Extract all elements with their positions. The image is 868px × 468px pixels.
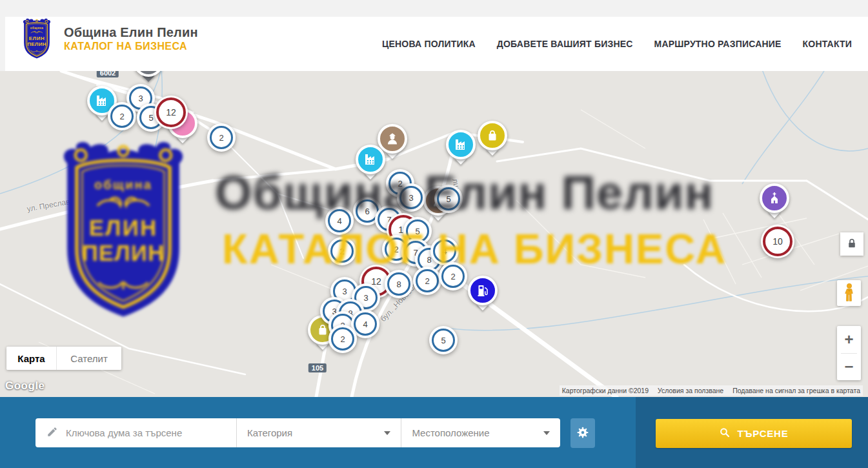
cluster-marker[interactable]: 2 <box>413 267 441 295</box>
factory-icon <box>356 145 385 174</box>
chevron-down-icon <box>543 431 550 435</box>
cluster-count: 2 <box>330 239 354 263</box>
report-map-error-link[interactable]: Подаване на сигнал за грешка в картата <box>732 387 860 394</box>
cluster-count: 2 <box>416 269 439 292</box>
search-icon <box>719 427 731 440</box>
pin-marker-factory[interactable] <box>356 145 385 174</box>
pin-marker-bag[interactable] <box>478 121 507 150</box>
search-button[interactable]: ТЪРСЕНЕ <box>656 419 852 448</box>
lock-button[interactable] <box>840 232 863 256</box>
brand-subtitle: КАТАЛОГ НА БИЗНЕСА <box>64 41 198 52</box>
zoom-control: + − <box>837 326 861 380</box>
cluster-marker[interactable]: 3 <box>397 183 425 212</box>
location-select[interactable]: Местоположение <box>401 418 560 447</box>
cluster-count: 5 <box>437 187 460 210</box>
cluster-marker[interactable]: 12 <box>154 96 188 129</box>
cluster-count: 4 <box>328 209 351 232</box>
chevron-down-icon <box>384 431 390 435</box>
pegman-icon <box>841 283 858 304</box>
cluster-count: 2 <box>441 265 465 288</box>
cluster-marker[interactable]: 4 <box>325 207 354 235</box>
cluster-count: 4 <box>433 239 456 263</box>
nav-item-contacts[interactable]: КОНТАКТИ <box>803 39 852 49</box>
lock-icon <box>845 236 859 252</box>
pin-marker-church[interactable] <box>760 183 789 213</box>
pin-marker-gray[interactable] <box>134 71 163 77</box>
attribution-copyright: Картографски данни ©2019 <box>562 387 649 394</box>
factory-icon <box>446 130 476 159</box>
cluster-marker[interactable]: 2 <box>108 102 136 130</box>
cluster-marker[interactable]: 10 <box>761 225 794 258</box>
cluster-marker[interactable]: 4 <box>430 237 459 265</box>
advanced-settings-button[interactable] <box>570 418 595 448</box>
cluster-marker[interactable]: 2 <box>328 325 357 353</box>
cluster-count: 5 <box>432 329 455 352</box>
map-type-satellite-button[interactable]: Сателит <box>57 347 121 370</box>
main-nav: ЦЕНОВА ПОЛИТИКА ДОБАВЕТЕ ВАШИЯТ БИЗНЕС М… <box>382 17 852 71</box>
fuel-icon <box>468 276 498 305</box>
zoom-in-button[interactable]: + <box>837 326 861 353</box>
search-bar: Категория Местоположение <box>0 397 868 468</box>
cluster-count: 3 <box>399 186 423 209</box>
map-attribution: Картографски данни ©2019 Условия за полз… <box>560 385 863 396</box>
location-select-label: Местоположение <box>412 427 489 438</box>
search-fields: Категория Местоположение <box>35 418 560 447</box>
church-icon <box>760 183 789 213</box>
keyword-field <box>35 418 236 447</box>
street-view-pegman-button[interactable] <box>837 280 861 306</box>
svg-text:ЕЛИН: ЕЛИН <box>29 36 45 41</box>
brand-title: Община Елин Пелин <box>64 25 198 40</box>
terms-of-use-link[interactable]: Условия за ползване <box>658 387 723 394</box>
svg-text:община: община <box>30 26 44 30</box>
nav-item-add-business[interactable]: ДОБАВЕТЕ ВАШИЯТ БИЗНЕС <box>497 39 633 49</box>
cluster-count: 12 <box>156 97 186 127</box>
pin-marker-factory[interactable] <box>446 130 476 159</box>
svg-text:ПЕЛИН: ПЕЛИН <box>27 41 46 47</box>
brand[interactable]: община ЕЛИН ПЕЛИН Община Елин Пелин КАТА… <box>18 18 198 59</box>
cluster-marker[interactable]: 2 <box>439 262 467 290</box>
zoom-out-button[interactable]: − <box>837 354 861 381</box>
cluster-count: 10 <box>763 227 792 256</box>
nav-item-route-schedule[interactable]: МАРШРУТНО РАЗПИСАНИЕ <box>654 39 782 49</box>
map-type-map-button[interactable]: Карта <box>6 347 57 370</box>
gear-icon <box>576 426 589 441</box>
cluster-marker[interactable]: 5 <box>434 185 463 213</box>
pencil-icon <box>46 426 58 440</box>
header: община ЕЛИН ПЕЛИН Община Елин Пелин КАТА… <box>5 17 868 71</box>
cluster-count: 2 <box>210 126 233 149</box>
category-select[interactable]: Категория <box>237 418 401 447</box>
keyword-search-input[interactable] <box>65 427 236 439</box>
municipality-crest-logo: община ЕЛИН ПЕЛИН <box>18 18 56 59</box>
cluster-count: 2 <box>110 105 134 128</box>
map-canvas[interactable]: 6002105ул. Преславбул. „Новоселлци 32512… <box>0 71 868 397</box>
cluster-count: 2 <box>331 327 354 351</box>
cluster-marker[interactable]: 2 <box>328 237 356 265</box>
brand-text: Община Елин Пелин КАТАЛОГ НА БИЗНЕСА <box>64 25 198 52</box>
cluster-count: 4 <box>354 312 377 336</box>
page: община ЕЛИН ПЕЛИН Община Елин Пелин КАТА… <box>0 0 868 468</box>
bag-icon <box>478 121 507 150</box>
cluster-count: 8 <box>387 272 410 296</box>
cluster-marker[interactable]: 2 <box>207 123 236 152</box>
map-markers-layer: 32512223567413522784128223338342510 <box>0 71 868 397</box>
nav-item-pricing[interactable]: ЦЕНОВА ПОЛИТИКА <box>382 39 476 49</box>
google-logo[interactable]: Google <box>5 380 45 392</box>
cluster-marker[interactable]: 8 <box>385 270 413 298</box>
search-button-label: ТЪРСЕНЕ <box>737 428 788 439</box>
category-select-label: Категория <box>247 427 292 438</box>
map-type-control: Карта Сателит <box>6 347 121 370</box>
pin-marker-fuel[interactable] <box>468 276 498 305</box>
plain-icon <box>134 71 163 77</box>
cluster-marker[interactable]: 5 <box>429 326 458 354</box>
